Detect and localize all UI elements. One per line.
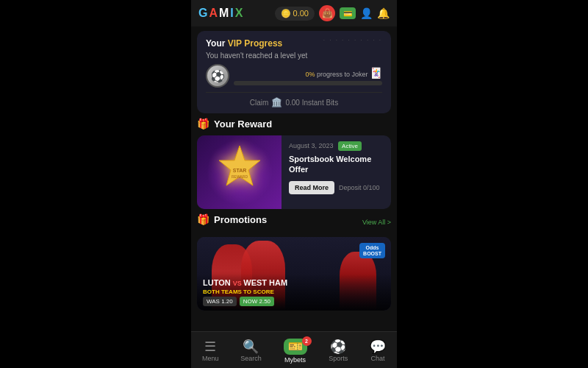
main-content: · · · · · · · · · · Your VIP Progress Yo… [191, 26, 397, 331]
bell-icon[interactable]: 🔔 [377, 7, 390, 19]
reward-image: STAR REWARD [197, 135, 282, 209]
svg-marker-0 [219, 146, 260, 185]
claim-row[interactable]: Claim 🏛️ 0.00 Instant Bits [206, 92, 382, 107]
promotions-section: 🎁 Promotions View All > [197, 213, 391, 311]
logo-g: G [198, 7, 208, 20]
deposit-label: Deposit 0/100 [339, 184, 380, 191]
reward-section: 🎁 Your Reward STAR REWARD [197, 118, 391, 209]
promo-description: BOTH TEAMS TO SCORE [203, 289, 385, 295]
nav-search[interactable]: 🔍 Search [240, 340, 262, 362]
team2: WEST HAM [243, 278, 287, 287]
promotion-card[interactable]: Odds BOOST LUTON vs WEST HAM BOTH TEAMS … [197, 237, 391, 311]
bits-icon: 🏛️ [271, 97, 282, 107]
nav-menu[interactable]: ☰ Menu [202, 340, 219, 362]
reward-header: 🎁 Your Reward [197, 118, 391, 130]
vip-progress-label: Progress [242, 38, 282, 49]
coin-balance[interactable]: 🪙 0.00 [275, 7, 315, 21]
promotions-header: 🎁 Promotions View All > [197, 213, 391, 231]
app-logo: G A M I X [198, 7, 243, 20]
odds-text: Odds [363, 245, 381, 251]
left-background [0, 0, 191, 368]
mybets-icon: 🎫 [288, 341, 303, 353]
nav-chat[interactable]: 💬 Chat [370, 340, 386, 362]
vip-label: VIP [228, 38, 242, 49]
coin-icon: 🪙 [281, 9, 291, 18]
promo-bets-row: WAS 1.20 NOW 2.50 [203, 297, 385, 306]
vip-dots: · · · · · · · · · · [323, 37, 382, 43]
boost-text: BOOST [363, 251, 381, 257]
menu-icon: ☰ [204, 340, 216, 353]
reward-section-title: Your Reward [214, 118, 272, 130]
bet-was: WAS 1.20 [203, 297, 237, 306]
promo-match: LUTON vs WEST HAM [203, 278, 385, 288]
view-all-button[interactable]: View All > [362, 219, 391, 226]
star-trophy: STAR REWARD [218, 144, 262, 200]
user-icon[interactable]: 👤 [360, 7, 373, 19]
joker-emoji: 🃏 [370, 67, 382, 79]
menu-label: Menu [202, 355, 219, 362]
reward-info: August 3, 2023 Active Sportsbook Welcome… [282, 135, 391, 209]
promotions-title-row: 🎁 Promotions [197, 213, 267, 225]
svg-text:STAR: STAR [232, 168, 246, 173]
odds-boost-badge: Odds BOOST [359, 243, 385, 258]
balance-value: 0.00 [293, 9, 309, 18]
right-background [397, 0, 588, 368]
reward-date: August 3, 2023 Active [289, 141, 384, 151]
team1: LUTON [203, 278, 231, 287]
nav-sports[interactable]: ⚽ Sports [329, 340, 348, 362]
avatar-icon: ⚽ [210, 69, 225, 83]
vip-progress-bar-bg [234, 81, 382, 85]
card-symbol: 💳 [343, 10, 352, 18]
reward-actions: Read More Deposit 0/100 [289, 181, 384, 194]
promo-overlay: LUTON vs WEST HAM BOTH TEAMS TO SCORE WA… [197, 274, 391, 311]
mybets-label: Mybets [284, 356, 306, 364]
card-icon[interactable]: 💳 [340, 7, 356, 19]
wallet-icon: 👜 [322, 8, 333, 18]
promo-background: Odds BOOST LUTON vs WEST HAM BOTH TEAMS … [197, 237, 391, 311]
reward-name: Sportsbook Welcome Offer [289, 154, 384, 175]
sports-icon: ⚽ [330, 340, 346, 353]
phone-frame: G A M I X 🪙 0.00 👜 💳 👤 🔔 [191, 0, 397, 368]
bottom-navigation: ☰ Menu 🔍 Search 🎫 2 Mybets ⚽ Sports 💬 Ch… [191, 331, 397, 368]
top-navigation: G A M I X 🪙 0.00 👜 💳 👤 🔔 [191, 0, 397, 26]
vip-avatar: ⚽ [206, 64, 229, 88]
active-badge: Active [338, 141, 362, 151]
reward-card: STAR REWARD August 3, 2023 Active Sports… [197, 135, 391, 209]
svg-text:REWARD: REWARD [231, 174, 247, 179]
gift-icon: 🎁 [197, 118, 209, 130]
claim-amount: 0.00 Instant Bits [285, 99, 338, 107]
promotions-icon: 🎁 [197, 213, 209, 225]
bet-now: NOW 2.50 [240, 297, 274, 306]
reward-date-text: August 3, 2023 [289, 142, 334, 149]
vip-progress-row: ⚽ 0% progress to Joker 🃏 [206, 64, 382, 88]
sports-label: Sports [329, 355, 348, 362]
chat-icon: 💬 [370, 340, 386, 353]
mybets-badge: 2 [302, 336, 312, 346]
vip-subtitle: You haven't reached a level yet [206, 52, 382, 60]
wallet-button[interactable]: 👜 [319, 5, 335, 21]
vip-percent: 0% progress to Joker 🃏 [234, 67, 382, 79]
vip-bar-area: 0% progress to Joker 🃏 [234, 67, 382, 85]
search-label: Search [240, 355, 262, 362]
chat-label: Chat [371, 355, 385, 362]
claim-label: Claim [250, 99, 269, 107]
promotions-title: Promotions [214, 214, 267, 225]
read-more-button[interactable]: Read More [289, 181, 334, 194]
vip-progress-section: · · · · · · · · · · Your VIP Progress Yo… [197, 31, 391, 113]
progress-value: 0% [305, 71, 315, 78]
nav-mybets[interactable]: 🎫 2 Mybets [284, 339, 307, 364]
search-icon: 🔍 [243, 340, 259, 353]
nav-icons: 🪙 0.00 👜 💳 👤 🔔 [275, 5, 390, 21]
logo-a: A [209, 7, 218, 20]
vs-text: vs [233, 280, 244, 287]
logo-m: M [219, 7, 229, 20]
logo-x: X [235, 7, 244, 20]
logo-i: I [230, 7, 234, 20]
